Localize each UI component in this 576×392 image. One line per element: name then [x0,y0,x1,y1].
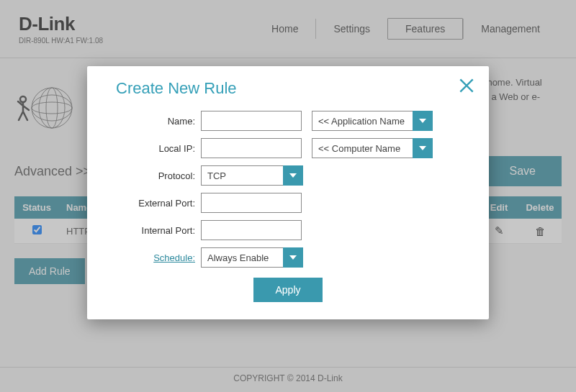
label-schedule[interactable]: Schedule: [109,252,201,263]
label-internal-port: Internal Port: [109,225,201,236]
label-external-port: External Port: [109,198,201,209]
external-port-input[interactable] [201,193,302,213]
label-local-ip: Local IP: [109,143,201,154]
label-name: Name: [109,116,201,127]
chevron-down-icon[interactable] [283,165,303,186]
modal-title: Create New Rule [116,79,467,98]
application-name-value: << Application Name [312,111,413,131]
protocol-select[interactable]: TCP [201,165,303,186]
schedule-value: Always Enable [201,247,283,268]
computer-name-select[interactable]: << Computer Name [312,138,433,158]
label-protocol: Protocol: [109,170,201,181]
internal-port-input[interactable] [201,220,302,240]
protocol-value: TCP [201,165,283,186]
chevron-down-icon[interactable] [283,247,303,268]
computer-name-value: << Computer Name [312,138,413,158]
application-name-select[interactable]: << Application Name [312,111,433,131]
create-rule-modal: Create New Rule Name: << Application Nam… [87,66,489,319]
schedule-select[interactable]: Always Enable [201,247,303,268]
apply-button[interactable]: Apply [253,278,322,302]
local-ip-input[interactable] [201,138,302,158]
name-input[interactable] [201,111,302,131]
chevron-down-icon[interactable] [413,138,433,158]
close-icon[interactable] [457,76,476,97]
chevron-down-icon[interactable] [413,111,433,131]
modal-overlay: Create New Rule Name: << Application Nam… [0,0,576,392]
